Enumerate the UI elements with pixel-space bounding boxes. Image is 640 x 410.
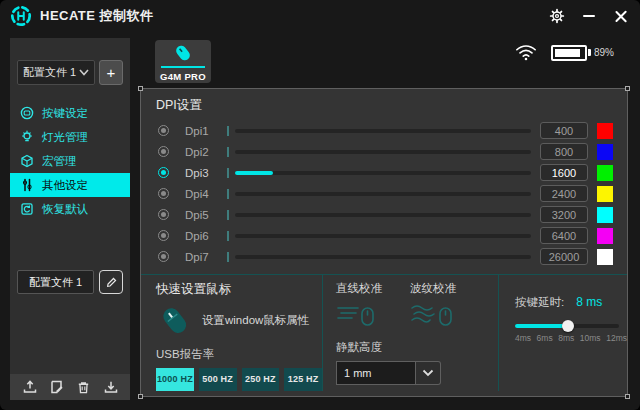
battery-indicator: 89% (551, 45, 614, 61)
sidebar-item-label: 灯光管理 (42, 130, 88, 145)
dpi1-value-input[interactable]: 400 (540, 122, 588, 139)
key-delay-value: 8 ms (576, 295, 602, 309)
quick-settings-title: 快速设置鼠标 (156, 281, 322, 298)
dpi5-value-input[interactable]: 3200 (540, 206, 588, 223)
dpi7-value-input[interactable]: 26000 (540, 248, 588, 265)
dpi1-slider[interactable] (235, 129, 531, 133)
key-delay-slider-handle[interactable] (562, 320, 574, 332)
sidebar-item-label: 恢复默认 (42, 202, 88, 217)
sidebar-item-button-settings[interactable]: 按键设定 (10, 101, 130, 125)
dpi7-label: Dpi7 (185, 251, 225, 263)
dpi3-color-swatch[interactable] (597, 165, 613, 181)
sidebar-item-label: 其他设定 (42, 178, 88, 193)
profile-dropdown-value: 配置文件 1 (23, 65, 79, 80)
export-profile-button[interactable] (20, 377, 40, 397)
delete-profile-button[interactable] (74, 377, 94, 397)
add-profile-button[interactable]: + (99, 60, 123, 85)
dpi4-label: Dpi4 (185, 188, 225, 200)
dpi5-slider[interactable] (235, 213, 531, 217)
dpi5-label: Dpi5 (185, 209, 225, 221)
windows-mouse-properties-button[interactable]: 设置window鼠标属性 (156, 304, 322, 338)
dpi-row-2: Dpi2 800 (158, 145, 613, 159)
key-delay-label: 按键延时: (515, 295, 564, 310)
profile-name-field[interactable]: 配置文件 1 (17, 270, 94, 294)
rename-profile-button[interactable] (99, 270, 123, 294)
dpi6-slider[interactable] (235, 234, 531, 238)
ripple-calibration-label: 波纹校准 (410, 281, 456, 296)
quick-settings-section: 快速设置鼠标 设置window鼠标属性 USB报告率 1000 HZ 500 H… (141, 275, 627, 391)
dpi2-radio[interactable] (158, 146, 169, 157)
dpi6-label: Dpi6 (185, 230, 225, 242)
settings-panel: DPI设置 Dpi1 400 Dpi2 800 Dpi3 (140, 88, 628, 397)
ripple-calibration-icon (410, 302, 456, 328)
dpi3-label: Dpi3 (185, 167, 225, 179)
download-icon (103, 379, 119, 395)
titlebar: HECATE 控制软件 (0, 0, 640, 32)
dpi4-color-swatch[interactable] (597, 186, 613, 202)
dpi-row-4: Dpi4 2400 (158, 187, 613, 201)
dpi6-radio[interactable] (158, 230, 169, 241)
dpi4-value-input[interactable]: 2400 (540, 185, 588, 202)
rate-125hz-button[interactable]: 125 HZ (284, 368, 322, 391)
dpi-rows: Dpi1 400 Dpi2 800 Dpi3 1600 (141, 121, 627, 264)
dpi1-label: Dpi1 (185, 125, 225, 137)
dpi2-color-swatch[interactable] (597, 144, 613, 160)
mouse-icon (171, 43, 195, 65)
pencil-icon (106, 277, 117, 288)
dpi2-slider[interactable] (235, 150, 531, 154)
app-title: HECATE 控制软件 (40, 7, 154, 25)
settings-gear-icon[interactable] (548, 7, 566, 25)
rate-250hz-button[interactable]: 250 HZ (242, 368, 280, 391)
app-window: HECATE 控制软件 配置文件 1 (0, 0, 640, 410)
ripple-calibration-toggle[interactable]: 波纹校准 (410, 281, 456, 332)
key-delay-slider[interactable] (515, 324, 619, 328)
dpi5-radio[interactable] (158, 209, 169, 220)
dpi7-color-swatch[interactable] (597, 249, 613, 265)
line-calibration-label: 直线校准 (336, 281, 382, 296)
chevron-down-icon (422, 369, 434, 377)
dpi3-slider[interactable] (235, 171, 531, 175)
minimize-button[interactable] (580, 7, 598, 25)
rate-1000hz-button[interactable]: 1000 HZ (156, 368, 194, 391)
sidebar-footer (10, 374, 130, 400)
usb-rate-label: USB报告率 (156, 347, 322, 362)
dpi-row-1: Dpi1 400 (158, 124, 613, 138)
lod-label: 静默高度 (336, 340, 498, 355)
dpi2-value-input[interactable]: 800 (540, 143, 588, 160)
trash-icon (76, 380, 91, 395)
lod-select[interactable]: 1 mm (336, 361, 416, 385)
dpi3-radio[interactable] (158, 167, 169, 178)
upload-icon (22, 379, 38, 395)
rate-500hz-button[interactable]: 500 HZ (199, 368, 237, 391)
dpi5-color-swatch[interactable] (597, 207, 613, 223)
windows-mouse-properties-label: 设置window鼠标属性 (202, 313, 309, 328)
device-tab-g4m-pro[interactable]: G4M PRO (155, 40, 211, 83)
dpi1-color-swatch[interactable] (597, 123, 613, 139)
sidebar-item-label: 宏管理 (42, 154, 77, 169)
wifi-icon (515, 44, 537, 61)
macro-cube-icon (20, 154, 34, 168)
line-calibration-toggle[interactable]: 直线校准 (336, 281, 382, 332)
sidebar-item-restore-defaults[interactable]: 恢复默认 (10, 197, 130, 221)
dpi7-radio[interactable] (158, 251, 169, 262)
dpi-section-title: DPI设置 (141, 89, 627, 121)
profile-dropdown[interactable]: 配置文件 1 (17, 60, 95, 85)
lod-chevron-button[interactable] (416, 361, 441, 385)
tab-active-underline (161, 66, 205, 68)
dpi4-slider[interactable] (235, 192, 531, 196)
close-button[interactable] (612, 7, 630, 25)
dpi4-radio[interactable] (158, 188, 169, 199)
sidebar-item-lighting[interactable]: 灯光管理 (10, 125, 130, 149)
import-profile-button[interactable] (101, 377, 121, 397)
dpi3-value-input[interactable]: 1600 (540, 164, 588, 181)
sliders-icon (20, 178, 34, 192)
dpi1-radio[interactable] (158, 125, 169, 136)
sidebar-item-other-settings[interactable]: 其他设定 (10, 173, 130, 197)
sidebar-item-macro[interactable]: 宏管理 (10, 149, 130, 173)
sidebar: 配置文件 1 + 按键设定 灯光管理 宏管理 其他设定 (10, 38, 130, 400)
dpi6-value-input[interactable]: 6400 (540, 227, 588, 244)
dpi7-slider[interactable] (235, 255, 531, 259)
hecate-logo-icon (10, 5, 32, 27)
save-profile-button[interactable] (47, 377, 67, 397)
dpi6-color-swatch[interactable] (597, 228, 613, 244)
